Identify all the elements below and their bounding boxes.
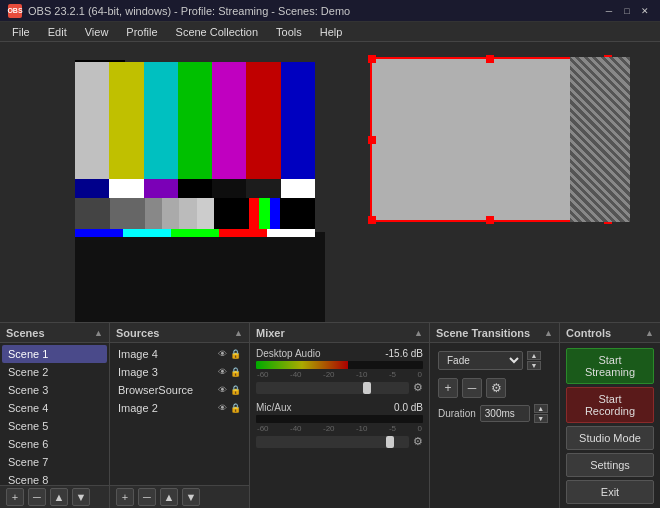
source-item-4[interactable]: Image 2👁🔒 <box>112 399 247 417</box>
mixer-channel-db: 0.0 dB <box>394 402 423 413</box>
settings-button[interactable]: Settings <box>566 453 654 477</box>
mixer-channel-1: Desktop Audio-15.6 dB-60-40-20-10-50⚙ <box>252 345 427 397</box>
scenes-panel-header: Scenes ▲ <box>0 323 109 343</box>
visibility-icon[interactable]: 👁 <box>218 367 227 377</box>
meter-bar <box>256 361 348 369</box>
source-item-3[interactable]: BrowserSource👁🔒 <box>112 381 247 399</box>
transition-down-btn[interactable]: ▼ <box>527 361 541 370</box>
transition-type-row: FadeCutSwipeSlideLuma WipeStinger ▲ ▼ <box>434 347 555 374</box>
duration-up-btn[interactable]: ▲ <box>534 404 548 413</box>
scenes-panel: Scenes ▲ Scene 1Scene 2Scene 3Scene 4Sce… <box>0 323 110 508</box>
sources-panel: Sources ▲ Image 4👁🔒Image 3👁🔒BrowserSourc… <box>110 323 250 508</box>
scene-item-8[interactable]: Scene 8 <box>2 471 107 485</box>
mixer-collapse-icon[interactable]: ▲ <box>414 328 423 338</box>
title-bar-left: OBS OBS 23.2.1 (64-bit, windows) - Profi… <box>8 4 350 18</box>
scenes-footer: + ─ ▲ ▼ <box>0 485 109 508</box>
sources-label: Sources <box>116 327 159 339</box>
sources-panel-header: Sources ▲ <box>110 323 249 343</box>
duration-spin: ▲ ▼ <box>534 404 548 423</box>
transition-add-button[interactable]: + <box>438 378 458 398</box>
visibility-icon[interactable]: 👁 <box>218 403 227 413</box>
scene-add-button[interactable]: + <box>6 488 24 506</box>
menu-item-profile[interactable]: Profile <box>118 24 165 40</box>
menu-item-edit[interactable]: Edit <box>40 24 75 40</box>
controls-collapse-icon[interactable]: ▲ <box>645 328 654 338</box>
transition-remove-button[interactable]: ─ <box>462 378 482 398</box>
scene-remove-button[interactable]: ─ <box>28 488 46 506</box>
lock-icon[interactable]: 🔒 <box>230 367 241 377</box>
menu-item-file[interactable]: File <box>4 24 38 40</box>
fader-thumb[interactable] <box>386 436 394 448</box>
start-streaming-button[interactable]: Start Streaming <box>566 348 654 384</box>
source-down-button[interactable]: ▼ <box>182 488 200 506</box>
preview-area <box>0 42 660 322</box>
mixer-channel-settings-icon[interactable]: ⚙ <box>413 435 423 448</box>
source-item-2[interactable]: Image 3👁🔒 <box>112 363 247 381</box>
scenes-collapse-icon[interactable]: ▲ <box>94 328 103 338</box>
mixer-panel-header: Mixer ▲ <box>250 323 429 343</box>
scene-item-6[interactable]: Scene 6 <box>2 435 107 453</box>
scene-item-1[interactable]: Scene 1 <box>2 345 107 363</box>
scene-item-2[interactable]: Scene 2 <box>2 363 107 381</box>
source-up-button[interactable]: ▲ <box>160 488 178 506</box>
transitions-collapse-icon[interactable]: ▲ <box>544 328 553 338</box>
lock-icon[interactable]: 🔒 <box>230 349 241 359</box>
controls-panel: Controls ▲ Start StreamingStart Recordin… <box>560 323 660 508</box>
duration-down-btn[interactable]: ▼ <box>534 414 548 423</box>
exit-button[interactable]: Exit <box>566 480 654 504</box>
scene-item-4[interactable]: Scene 4 <box>2 399 107 417</box>
source-remove-button[interactable]: ─ <box>138 488 156 506</box>
close-button[interactable]: ✕ <box>638 4 652 18</box>
start-recording-button[interactable]: Start Recording <box>566 387 654 423</box>
mixer-channel-label: Desktop Audio <box>256 348 321 359</box>
color-bars <box>75 62 315 237</box>
handle-tl[interactable] <box>368 55 376 63</box>
sources-list: Image 4👁🔒Image 3👁🔒BrowserSource👁🔒Image 2… <box>110 343 249 485</box>
scene-up-button[interactable]: ▲ <box>50 488 68 506</box>
mixer-content: Desktop Audio-15.6 dB-60-40-20-10-50⚙Mic… <box>250 343 429 508</box>
transitions-panel-header: Scene Transitions ▲ <box>430 323 559 343</box>
transition-select[interactable]: FadeCutSwipeSlideLuma WipeStinger <box>438 351 523 370</box>
menu-item-view[interactable]: View <box>77 24 117 40</box>
transition-settings-button[interactable]: ⚙ <box>486 378 506 398</box>
scene-item-7[interactable]: Scene 7 <box>2 453 107 471</box>
source-item-1[interactable]: Image 4👁🔒 <box>112 345 247 363</box>
handle-bm[interactable] <box>486 216 494 224</box>
mixer-label: Mixer <box>256 327 285 339</box>
app-icon: OBS <box>8 4 22 18</box>
duration-input[interactable] <box>480 405 530 422</box>
mixer-channel-settings-icon[interactable]: ⚙ <box>413 381 423 394</box>
fader-thumb[interactable] <box>363 382 371 394</box>
sources-footer: + ─ ▲ ▼ <box>110 485 249 508</box>
hatch-area <box>570 57 630 222</box>
mixer-channel-db: -15.6 dB <box>385 348 423 359</box>
scene-item-5[interactable]: Scene 5 <box>2 417 107 435</box>
mixer-channel-2: Mic/Aux0.0 dB-60-40-20-10-50⚙ <box>252 399 427 451</box>
window-controls: ─ □ ✕ <box>602 4 652 18</box>
meter-bar-container <box>256 415 423 423</box>
menu-bar: FileEditViewProfileScene CollectionTools… <box>0 22 660 42</box>
scenes-label: Scenes <box>6 327 45 339</box>
visibility-icon[interactable]: 👁 <box>218 385 227 395</box>
sources-collapse-icon[interactable]: ▲ <box>234 328 243 338</box>
maximize-button[interactable]: □ <box>620 4 634 18</box>
scene-item-3[interactable]: Scene 3 <box>2 381 107 399</box>
meter-bar-container <box>256 361 423 369</box>
fader-track[interactable] <box>256 436 409 448</box>
handle-tm[interactable] <box>486 55 494 63</box>
lock-icon[interactable]: 🔒 <box>230 403 241 413</box>
handle-bl[interactable] <box>368 216 376 224</box>
menu-item-tools[interactable]: Tools <box>268 24 310 40</box>
lock-icon[interactable]: 🔒 <box>230 385 241 395</box>
fader-track[interactable] <box>256 382 409 394</box>
source-add-button[interactable]: + <box>116 488 134 506</box>
menu-item-scene-collection[interactable]: Scene Collection <box>168 24 267 40</box>
studio-mode-button[interactable]: Studio Mode <box>566 426 654 450</box>
handle-ml[interactable] <box>368 136 376 144</box>
transition-up-btn[interactable]: ▲ <box>527 351 541 360</box>
visibility-icon[interactable]: 👁 <box>218 349 227 359</box>
transitions-panel: Scene Transitions ▲ FadeCutSwipeSlideLum… <box>430 323 560 508</box>
minimize-button[interactable]: ─ <box>602 4 616 18</box>
scene-down-button[interactable]: ▼ <box>72 488 90 506</box>
menu-item-help[interactable]: Help <box>312 24 351 40</box>
